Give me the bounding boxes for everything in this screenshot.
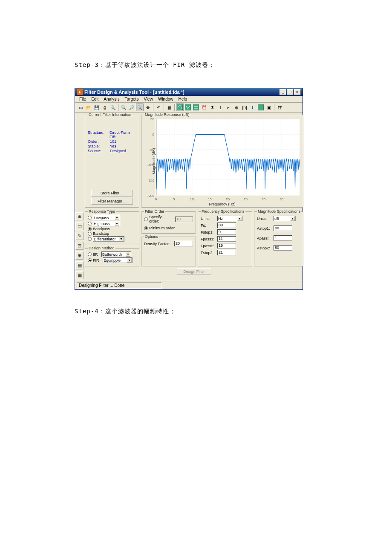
cfi-stable-value: Yes — [110, 144, 116, 148]
fs-fs-label: Fs: — [201, 223, 216, 228]
ytick: -100 — [144, 163, 154, 167]
side-btn-2[interactable]: ▭ — [75, 222, 84, 230]
coeffs-icon[interactable]: [b] — [241, 104, 248, 111]
xtick: 10 — [190, 197, 194, 201]
cfi-order-value: 101 — [110, 139, 116, 144]
side-btn-3[interactable]: ✎ — [75, 232, 84, 240]
apass-input[interactable]: 1 — [274, 235, 292, 241]
fs-input[interactable]: 80 — [217, 223, 236, 228]
round-icon[interactable] — [257, 104, 265, 111]
step-icon[interactable]: ⌐ — [225, 104, 232, 111]
new-icon[interactable]: ▭ — [77, 104, 84, 111]
side-btn-6[interactable]: ▤ — [75, 261, 84, 269]
menu-targets[interactable]: Targets — [122, 96, 141, 102]
step3-caption: Step-3：基于等纹波法设计一个 FIR 滤波器； — [75, 61, 317, 69]
menu-file[interactable]: File — [77, 96, 89, 102]
info-icon[interactable]: ℹ — [249, 104, 257, 111]
side-btn-7[interactable]: ▦ — [75, 271, 84, 279]
statusbar: Designing Filter ... Done — [75, 281, 303, 289]
phase-response-icon[interactable] — [184, 104, 192, 111]
fpass1-input[interactable]: 11 — [217, 236, 236, 242]
design-filter-button[interactable]: Design Filter — [177, 268, 211, 275]
mag-phase-icon[interactable] — [192, 104, 200, 111]
fo-title: Filter Order — [144, 209, 165, 214]
minimize-button[interactable]: _ — [280, 89, 286, 95]
xtick: 15 — [208, 197, 212, 201]
full-view-icon[interactable]: ▦ — [165, 104, 173, 111]
fstop1-input[interactable]: 9 — [217, 229, 236, 235]
response-type-panel: Response Type Lowpass▼ Highpass▼ Bandpas… — [85, 211, 139, 245]
bandstop-radio[interactable] — [88, 232, 92, 236]
pole-zero-icon[interactable]: ⊕ — [233, 104, 240, 111]
lowpass-radio[interactable] — [88, 216, 92, 220]
open-icon[interactable]: 📂 — [85, 104, 92, 111]
store-filter-button[interactable]: Store Filter ... — [91, 190, 133, 197]
fir-radio[interactable] — [88, 258, 92, 262]
menu-help[interactable]: Help — [176, 96, 190, 102]
astop1-label: Astop1: — [257, 226, 272, 231]
print-icon[interactable]: ⎙ — [101, 104, 109, 111]
fpass2-input[interactable]: 19 — [217, 243, 236, 249]
menu-analysis[interactable]: Analysis — [101, 96, 122, 102]
titlebar: ♦ Filter Design & Analysis Tool - [untit… — [75, 88, 303, 96]
side-btn-4[interactable]: ⊡ — [75, 242, 84, 250]
fpass1-label: Fpass1: — [201, 237, 216, 241]
zoom-in-icon[interactable]: 🔍 — [120, 104, 127, 111]
close-button[interactable]: × — [294, 89, 301, 95]
density-input[interactable]: 20 — [174, 241, 193, 246]
filter-manager-button[interactable]: Filter Manager ... — [91, 198, 133, 205]
group-delay-icon[interactable]: ⏰ — [200, 104, 208, 111]
fdatool-window: ♦ Filter Design & Analysis Tool - [untit… — [75, 88, 303, 290]
titlebar-text: Filter Design & Analysis Tool - [untitle… — [84, 90, 280, 95]
phase-delay-icon[interactable]: ⧗ — [208, 104, 216, 111]
mag-title: Magnitude Response (dB) — [144, 113, 190, 117]
lowpass-combo[interactable]: Lowpass▼ — [93, 215, 120, 220]
side-btn-1[interactable]: ⊞ — [75, 212, 84, 220]
context-help-icon[interactable]: ⁇ — [276, 104, 283, 111]
mag-response-icon[interactable] — [176, 104, 184, 111]
specify-order-label: Specify order: — [149, 215, 172, 223]
svg-rect-3 — [258, 104, 264, 110]
fs-units-combo[interactable]: Hz▼ — [217, 216, 243, 221]
iir-combo[interactable]: Butterworth▼ — [101, 251, 131, 257]
app-icon: ♦ — [77, 89, 83, 95]
differentiator-radio[interactable] — [88, 237, 92, 241]
fstop2-input[interactable]: 21 — [217, 250, 236, 255]
fstop2-label: Fstop2: — [201, 251, 216, 255]
ms-units-combo[interactable]: dB▼ — [274, 216, 296, 221]
xtick: 30 — [262, 197, 265, 201]
iir-label: IIR — [93, 252, 98, 257]
menu-edit[interactable]: Edit — [89, 96, 101, 102]
menu-window[interactable]: Window — [156, 96, 176, 102]
differentiator-combo[interactable]: Differentiator▼ — [93, 236, 124, 242]
save-icon[interactable]: 💾 — [93, 104, 101, 111]
undo-icon[interactable]: ↶ — [155, 104, 162, 111]
astop1-input[interactable]: 80 — [274, 225, 292, 231]
fir-combo[interactable]: Equiripple▼ — [103, 257, 133, 263]
highpass-radio[interactable] — [88, 222, 92, 225]
pan-icon[interactable]: ✥ — [144, 104, 152, 111]
print-preview-icon[interactable]: 🔍 — [109, 104, 117, 111]
menu-view[interactable]: View — [141, 96, 156, 102]
frequency-specs-panel: Frequency Specifications Units:Hz▼ Fs:80… — [198, 211, 252, 266]
maximize-button[interactable]: □ — [287, 89, 294, 95]
specify-order-radio[interactable] — [144, 217, 148, 221]
filter-order-panel: Filter Order Specify order: 10 Minimum o… — [141, 211, 196, 234]
iir-radio[interactable] — [88, 252, 92, 256]
zoom-out-icon[interactable]: 🔎 — [128, 104, 135, 111]
fs-units-label: Units: — [201, 217, 216, 221]
xtick: 35 — [280, 197, 283, 201]
chart-plot-area — [156, 119, 300, 195]
specs-icon[interactable]: ▣ — [265, 104, 273, 111]
astop2-input[interactable]: 80 — [274, 245, 292, 251]
xtick: 5 — [173, 197, 175, 201]
status-text: Designing Filter ... Done — [77, 282, 162, 289]
highpass-combo[interactable]: Highpass▼ — [93, 221, 120, 226]
bandpass-radio[interactable] — [88, 227, 92, 231]
cfi-structure-label: Structure: — [88, 130, 108, 139]
minimum-order-radio[interactable] — [144, 226, 148, 230]
magnitude-response-panel: Magnitude Response (dB) Magnitude (dB) F… — [141, 115, 303, 208]
zoom-fit-icon[interactable]: 🔍 — [136, 104, 144, 111]
side-btn-5[interactable]: ⊞ — [75, 251, 84, 260]
impulse-icon[interactable]: ⊥ — [216, 104, 224, 111]
